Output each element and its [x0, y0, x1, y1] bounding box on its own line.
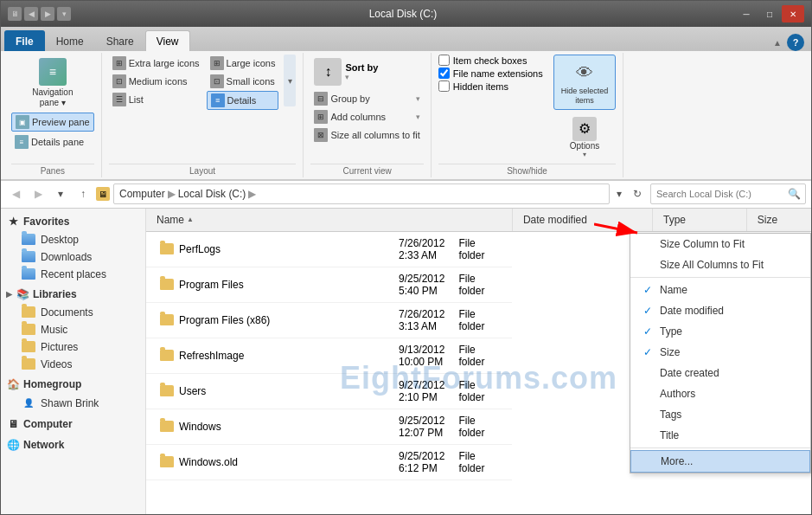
col-header-modified[interactable]: Date modified — [520, 212, 645, 228]
dropdown-size-all-columns[interactable]: Size All Columns to Fit — [630, 254, 810, 275]
minimize-button[interactable]: ─ — [735, 5, 758, 23]
sidebar-item-pictures[interactable]: Pictures — [1, 338, 145, 356]
sidebar-item-downloads[interactable]: Downloads — [1, 248, 145, 266]
tab-home[interactable]: Home — [45, 30, 95, 51]
path-sep-2: ▶ — [248, 188, 256, 200]
menu-icon[interactable]: ▾ — [57, 7, 71, 21]
size-all-button[interactable]: ⊠ Size all columns to fit — [310, 126, 423, 144]
cv-buttons: ↕ Sort by ▾ ⊟ Group by ▾ ⊞ Add columns ▾ — [310, 55, 423, 144]
dropdown-col-tags[interactable]: Tags — [630, 404, 810, 425]
layout-expand-button[interactable]: ▾ — [284, 55, 296, 106]
ribbon-right: ▲ ? — [773, 34, 811, 51]
small-icons-button[interactable]: ⊡ Small icons — [207, 73, 279, 90]
list-button[interactable]: ☰ List — [109, 91, 203, 108]
extra-large-icons-button[interactable]: ⊞ Extra large icons — [109, 55, 203, 72]
dropdown-more[interactable]: More... — [630, 450, 810, 473]
table-row[interactable]: PerfLogs 7/26/2012 2:33 AM File folder — [146, 232, 512, 267]
details-button[interactable]: ≡ Details — [207, 91, 279, 110]
dropdown-col-authors[interactable]: Authors — [630, 383, 810, 404]
modified-cell: 9/13/2012 10:00 PM — [392, 341, 451, 370]
table-row[interactable]: Windows 9/25/2012 12:07 PM File folder — [146, 409, 512, 445]
size-cell — [491, 460, 505, 465]
dropdown-col-date-created[interactable]: Date created — [630, 363, 810, 383]
sidebar-libraries-header[interactable]: ▶ 📚 Libraries — [1, 285, 145, 304]
address-path[interactable]: Computer ▶ Local Disk (C:) ▶ — [113, 183, 610, 204]
path-computer[interactable]: Computer — [119, 188, 165, 200]
table-row[interactable]: Program Files 9/25/2012 5:40 PM File fol… — [146, 267, 512, 303]
sidebar-network-header[interactable]: 🌐 Network — [1, 435, 145, 454]
forward-button[interactable]: ▶ — [29, 184, 48, 203]
table-row[interactable]: Program Files (x86) 7/26/2012 3:13 AM Fi… — [146, 303, 512, 338]
sidebar-computer-header[interactable]: 🖥 Computer — [1, 415, 145, 434]
sort-by-button[interactable]: ↕ Sort by ▾ — [310, 55, 423, 89]
back-button[interactable]: ◀ — [6, 184, 25, 203]
close-button[interactable]: ✕ — [782, 5, 804, 23]
sidebar-item-music[interactable]: Music — [1, 321, 145, 338]
medium-label: Medium icons — [129, 76, 188, 87]
folder-icon — [160, 385, 174, 396]
table-row[interactable]: Users 9/27/2012 2:10 PM File folder — [146, 374, 512, 409]
filename-text: Users — [179, 385, 206, 397]
large-icons-button[interactable]: ⊞ Large icons — [207, 55, 279, 72]
layout-buttons-right: ⊞ Large icons ⊡ Small icons ≡ Details — [207, 55, 279, 110]
group-by-button[interactable]: ⊟ Group by ▾ — [310, 90, 423, 107]
col-header-size[interactable]: Size — [754, 212, 804, 228]
sidebar-item-shawn[interactable]: 👤 Shawn Brink — [1, 394, 145, 413]
modified-cell: 9/25/2012 6:12 PM — [392, 447, 451, 477]
item-check-boxes-option[interactable]: Item check boxes — [438, 55, 543, 66]
col-header-name[interactable]: Name ▲ — [153, 212, 505, 228]
side-buttons: ▣ Preview pane ≡ Details pane — [11, 113, 94, 151]
sidebar-item-recent-places[interactable]: Recent places — [1, 266, 145, 283]
maximize-button[interactable]: □ — [758, 5, 781, 23]
dropdown-col-title[interactable]: Title — [630, 425, 810, 446]
dropdown-col-date-modified[interactable]: ✓ Date modified — [630, 300, 810, 321]
forward-icon[interactable]: ▶ — [41, 7, 54, 21]
sidebar-item-videos[interactable]: Videos — [1, 356, 145, 373]
navigation-pane-button[interactable]: ≡ Navigationpane ▾ — [11, 55, 94, 112]
medium-icons-button[interactable]: ⊡ Medium icons — [109, 73, 203, 90]
sidebar-homegroup-header[interactable]: 🏠 Homegroup — [1, 375, 145, 394]
dropdown-size-column[interactable]: Size Column to Fit — [630, 234, 810, 254]
item-check-boxes-checkbox[interactable] — [438, 55, 450, 66]
tab-share[interactable]: Share — [95, 30, 145, 51]
recent-locations-button[interactable]: ▾ — [51, 184, 70, 203]
dropdown-col-size[interactable]: ✓ Size — [630, 342, 810, 363]
back-icon[interactable]: ◀ — [24, 7, 38, 21]
path-local-disk[interactable]: Local Disk (C:) — [178, 188, 246, 200]
preview-pane-button[interactable]: ▣ Preview pane — [11, 113, 94, 132]
search-input[interactable] — [650, 183, 806, 204]
details-pane-button[interactable]: ≡ Details pane — [11, 133, 94, 151]
help-button[interactable]: ? — [787, 34, 804, 51]
collapse-arrow[interactable]: ▲ — [773, 38, 782, 48]
file-name-extensions-checkbox[interactable] — [438, 68, 450, 79]
network-icon: 🌐 — [6, 438, 20, 452]
table-row[interactable]: Windows.old 9/25/2012 6:12 PM File folde… — [146, 445, 512, 480]
table-row[interactable]: RefreshImage 9/13/2012 10:00 PM File fol… — [146, 338, 512, 374]
col-header-type[interactable]: Type — [660, 212, 739, 228]
options-button[interactable]: ⚙ Options ▾ — [563, 113, 606, 162]
sort-by-text: Sort by — [345, 62, 378, 73]
file-name-extensions-option[interactable]: File name extensions — [438, 68, 543, 79]
dropdown-col-type[interactable]: ✓ Type — [630, 321, 810, 342]
sidebar-item-documents[interactable]: Documents — [1, 304, 145, 321]
videos-label: Videos — [41, 358, 72, 370]
type-cell: File folder — [451, 377, 491, 406]
dropdown-col-name[interactable]: ✓ Name — [630, 280, 810, 300]
small-icon: ⊡ — [210, 74, 224, 88]
tab-view[interactable]: View — [145, 30, 190, 51]
hidden-items-checkbox[interactable] — [438, 80, 450, 92]
hidden-items-option[interactable]: Hidden items — [438, 80, 543, 92]
refresh-button[interactable]: ↻ — [628, 184, 647, 203]
add-columns-button[interactable]: ⊞ Add columns ▾ — [310, 108, 423, 126]
current-view-content: ↕ Sort by ▾ ⊟ Group by ▾ ⊞ Add columns ▾ — [310, 55, 423, 162]
tab-file[interactable]: File — [4, 30, 45, 51]
hide-selected-button[interactable]: 👁 Hide selecteditems — [553, 55, 617, 110]
sidebar-favorites-header[interactable]: ★ Favorites — [1, 212, 145, 231]
up-button[interactable]: ↑ — [74, 184, 93, 203]
col-date-created-option: Date created — [660, 367, 719, 379]
col-name-option: Name — [660, 284, 687, 296]
name-check: ✓ — [641, 284, 655, 296]
dropdown-arrow-btn[interactable]: ▾ — [613, 186, 625, 202]
sidebar-item-desktop[interactable]: Desktop — [1, 231, 145, 248]
desktop-folder-icon — [22, 234, 35, 245]
